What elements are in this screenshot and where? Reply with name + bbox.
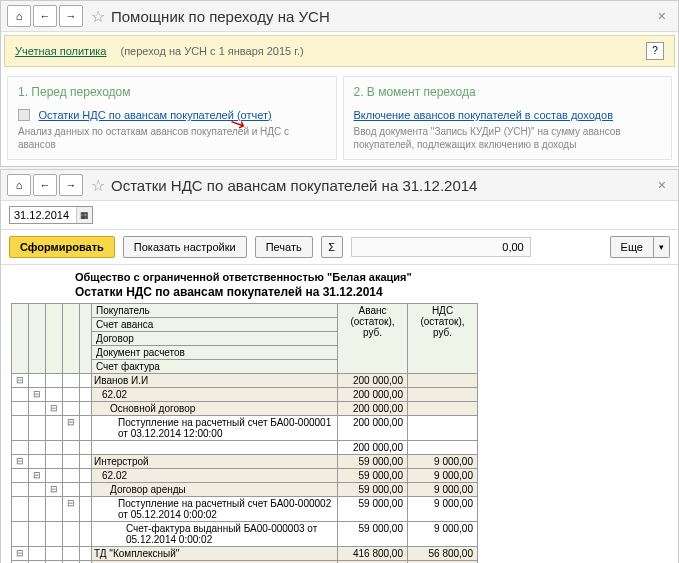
- collapse-toggle[interactable]: ⊟: [29, 469, 46, 483]
- vat-value: [408, 416, 478, 441]
- document-icon: [18, 109, 30, 121]
- collapse-toggle[interactable]: ⊟: [63, 497, 80, 522]
- forward-button[interactable]: →: [59, 5, 83, 27]
- back-button[interactable]: ←: [33, 5, 57, 27]
- advance-value: 200 000,00: [338, 416, 408, 441]
- table-row: ⊟Иванов И.И200 000,00: [12, 374, 478, 388]
- collapse-toggle[interactable]: ⊟: [46, 483, 63, 497]
- table-row: ⊟Основной договор200 000,00: [12, 402, 478, 416]
- collapse-toggle[interactable]: ⊟: [12, 547, 29, 561]
- help-button[interactable]: ?: [646, 42, 664, 60]
- table-row: ⊟Договор аренды59 000,009 000,00: [12, 483, 478, 497]
- row-label: Договор аренды: [92, 483, 338, 497]
- window-title: Остатки НДС по авансам покупателей на 31…: [111, 177, 652, 194]
- row-label: Поступление на расчетный счет БА00-00000…: [92, 497, 338, 522]
- vat-value: [408, 402, 478, 416]
- collapse-toggle[interactable]: ⊟: [12, 374, 29, 388]
- favorite-icon[interactable]: ☆: [91, 7, 105, 26]
- row-label: [92, 441, 338, 455]
- back-button[interactable]: ←: [33, 174, 57, 196]
- home-button[interactable]: ⌂: [7, 5, 31, 27]
- collapse-toggle[interactable]: ⊟: [29, 388, 46, 402]
- advance-value: 59 000,00: [338, 483, 408, 497]
- table-row: ⊟ТД "Комплексный"416 800,0056 800,00: [12, 547, 478, 561]
- vat-value: 9 000,00: [408, 483, 478, 497]
- panel-title: 1. Перед переходом: [18, 85, 326, 99]
- advance-value: 59 000,00: [338, 522, 408, 547]
- show-settings-button[interactable]: Показать настройки: [123, 236, 247, 258]
- report-title: Остатки НДС по авансам покупателей на 31…: [75, 285, 668, 299]
- more-button[interactable]: Еще: [610, 236, 654, 258]
- vat-value: [408, 388, 478, 402]
- report-table: ПокупательАванс (остаток), руб.НДС (оста…: [11, 303, 478, 563]
- home-button[interactable]: ⌂: [7, 174, 31, 196]
- vat-value: [408, 441, 478, 455]
- date-input[interactable]: [10, 207, 76, 223]
- date-picker-button[interactable]: ▦: [76, 207, 92, 223]
- advance-value: 200 000,00: [338, 402, 408, 416]
- advance-value: 59 000,00: [338, 455, 408, 469]
- table-row: ⊟Интерстрой59 000,009 000,00: [12, 455, 478, 469]
- table-row: Счет-фактура выданный БА00-000003 от 05.…: [12, 522, 478, 547]
- panel-title: 2. В момент перехода: [354, 85, 662, 99]
- row-label: Интерстрой: [92, 455, 338, 469]
- collapse-toggle[interactable]: ⊟: [46, 402, 63, 416]
- window-title: Помощник по переходу на УСН: [111, 8, 652, 25]
- panel-description: Ввод документа "Запись КУДиР (УСН)" на с…: [354, 125, 662, 151]
- transition-hint: (переход на УСН с 1 января 2015 г.): [120, 45, 646, 57]
- advance-value: 59 000,00: [338, 469, 408, 483]
- table-row: ⊟Поступление на расчетный счет БА00-0000…: [12, 497, 478, 522]
- table-row: ⊟62.0259 000,009 000,00: [12, 469, 478, 483]
- table-row: ⊟62.02200 000,00: [12, 388, 478, 402]
- forward-button[interactable]: →: [59, 174, 83, 196]
- advance-value: 59 000,00: [338, 497, 408, 522]
- advance-value: 200 000,00: [338, 374, 408, 388]
- favorite-icon[interactable]: ☆: [91, 176, 105, 195]
- date-field[interactable]: ▦: [9, 206, 93, 224]
- at-transition-panel: 2. В момент перехода Включение авансов п…: [343, 76, 673, 160]
- close-button[interactable]: ×: [652, 8, 672, 24]
- vat-value: 9 000,00: [408, 455, 478, 469]
- collapse-toggle[interactable]: ⊟: [63, 416, 80, 441]
- more-dropdown[interactable]: ▾: [654, 236, 670, 258]
- advance-value: 416 800,00: [338, 547, 408, 561]
- row-label: 62.02: [92, 469, 338, 483]
- close-button[interactable]: ×: [652, 177, 672, 193]
- vat-value: 9 000,00: [408, 497, 478, 522]
- row-label: Счет-фактура выданный БА00-000003 от 05.…: [92, 522, 338, 547]
- row-label: Поступление на расчетный счет БА00-00000…: [92, 416, 338, 441]
- vat-value: [408, 374, 478, 388]
- panel-description: Анализ данных по остаткам авансов покупа…: [18, 125, 326, 151]
- row-label: Иванов И.И: [92, 374, 338, 388]
- sum-button[interactable]: Σ: [321, 236, 343, 258]
- sum-display: 0,00: [351, 237, 531, 257]
- advance-value: 200 000,00: [338, 388, 408, 402]
- before-transition-panel: 1. Перед переходом Остатки НДС по аванса…: [7, 76, 337, 160]
- generate-button[interactable]: Сформировать: [9, 236, 115, 258]
- vat-value: 56 800,00: [408, 547, 478, 561]
- include-advances-link[interactable]: Включение авансов покупателей в состав д…: [354, 109, 613, 121]
- vat-value: 9 000,00: [408, 469, 478, 483]
- vat-balances-link[interactable]: Остатки НДС по авансам покупателей (отче…: [38, 109, 271, 121]
- report-area: Общество с ограниченной ответственностью…: [1, 265, 678, 563]
- row-label: Основной договор: [92, 402, 338, 416]
- organization-name: Общество с ограниченной ответственностью…: [75, 271, 668, 283]
- row-label: ТД "Комплексный": [92, 547, 338, 561]
- table-row: 200 000,00: [12, 441, 478, 455]
- info-bar: Учетная политика (переход на УСН с 1 янв…: [4, 35, 675, 67]
- vat-value: 9 000,00: [408, 522, 478, 547]
- advance-value: 200 000,00: [338, 441, 408, 455]
- print-button[interactable]: Печать: [255, 236, 313, 258]
- accounting-policy-link[interactable]: Учетная политика: [15, 45, 106, 57]
- collapse-toggle[interactable]: ⊟: [12, 455, 29, 469]
- row-label: 62.02: [92, 388, 338, 402]
- table-row: ⊟Поступление на расчетный счет БА00-0000…: [12, 416, 478, 441]
